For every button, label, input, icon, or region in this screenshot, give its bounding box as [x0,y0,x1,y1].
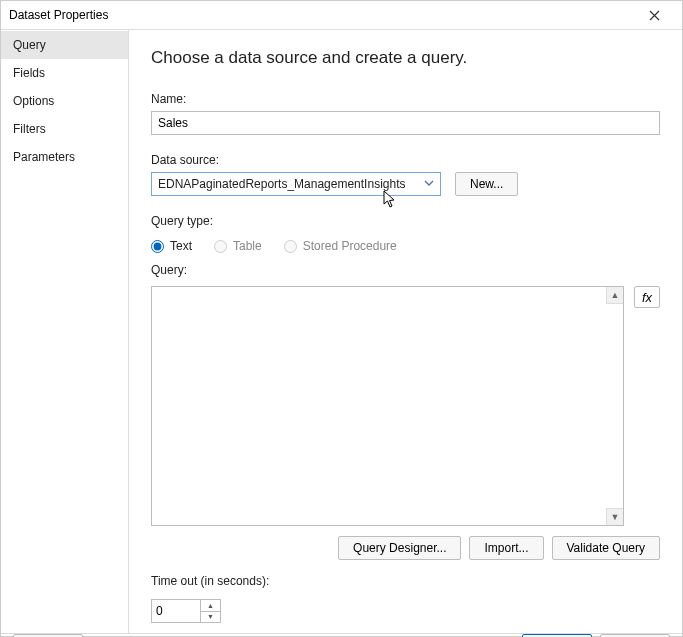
close-icon[interactable] [634,1,674,29]
main-panel: Choose a data source and create a query.… [129,30,682,633]
import-button[interactable]: Import... [469,536,543,560]
scroll-up-icon[interactable]: ▲ [606,287,623,304]
dialog-window: Dataset Properties Query Fields Options … [0,0,683,637]
chevron-down-icon [422,176,436,190]
sidebar-item-query[interactable]: Query [1,31,128,59]
sidebar: Query Fields Options Filters Parameters [1,30,129,633]
name-label: Name: [151,92,660,106]
page-heading: Choose a data source and create a query. [151,48,660,68]
data-source-combobox[interactable]: EDNAPaginatedReports_ManagementInsights [151,172,441,196]
sidebar-item-filters[interactable]: Filters [1,115,128,143]
name-input[interactable] [151,111,660,135]
window-title: Dataset Properties [9,8,108,22]
query-label: Query: [151,263,660,277]
radio-table: Table [214,239,262,253]
timeout-spinner[interactable]: ▲ ▼ [151,599,221,623]
expression-button[interactable]: fx [634,286,660,308]
spinner-up-icon[interactable]: ▲ [201,600,220,612]
validate-query-button[interactable]: Validate Query [552,536,661,560]
query-type-label: Query type: [151,214,660,228]
query-type-radios: Text Table Stored Procedure [151,239,660,253]
query-designer-button[interactable]: Query Designer... [338,536,461,560]
timeout-input[interactable] [152,600,200,622]
radio-stored-procedure: Stored Procedure [284,239,397,253]
radio-sp-input [284,240,297,253]
data-source-label: Data source: [151,153,660,167]
radio-text-input[interactable] [151,240,164,253]
data-source-value: EDNAPaginatedReports_ManagementInsights [158,177,405,191]
radio-table-input [214,240,227,253]
titlebar: Dataset Properties [1,1,682,29]
new-data-source-button[interactable]: New... [455,172,518,196]
radio-text[interactable]: Text [151,239,192,253]
sidebar-item-options[interactable]: Options [1,87,128,115]
query-textarea[interactable]: ▲ ▼ [151,286,624,526]
spinner-down-icon[interactable]: ▼ [201,612,220,623]
timeout-label: Time out (in seconds): [151,574,660,588]
dialog-body: Query Fields Options Filters Parameters … [1,29,682,633]
sidebar-item-fields[interactable]: Fields [1,59,128,87]
dialog-footer: Help OK Cancel [1,633,682,637]
sidebar-item-parameters[interactable]: Parameters [1,143,128,171]
scroll-down-icon[interactable]: ▼ [606,508,623,525]
